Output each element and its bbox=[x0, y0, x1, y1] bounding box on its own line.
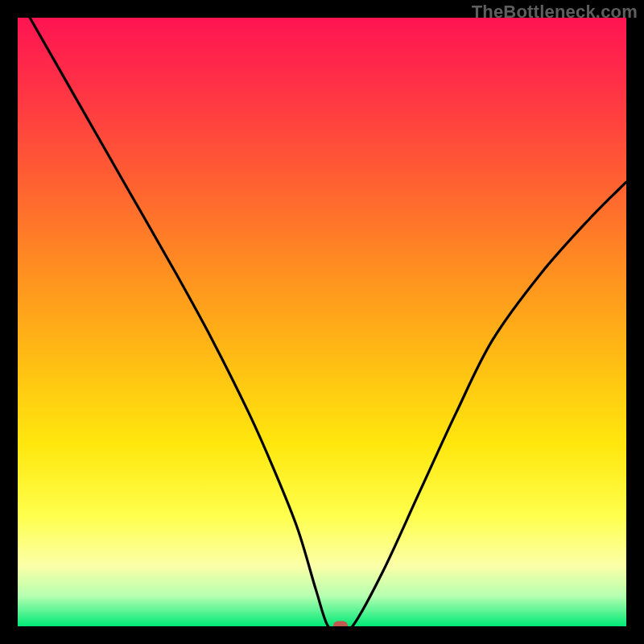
chart-frame: TheBottleneck.com bbox=[0, 0, 644, 644]
watermark-text: TheBottleneck.com bbox=[472, 2, 638, 23]
plot-area bbox=[18, 18, 626, 626]
curve-path bbox=[30, 18, 626, 626]
curve-svg bbox=[18, 18, 626, 626]
bottleneck-marker bbox=[333, 621, 348, 627]
